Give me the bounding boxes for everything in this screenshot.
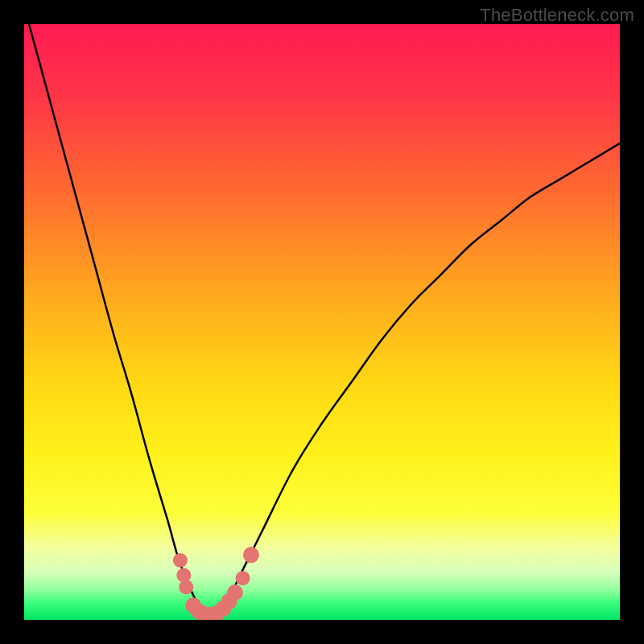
bottleneck-chart (24, 24, 620, 620)
chart-frame: TheBottleneck.com (0, 0, 644, 644)
watermark-label: TheBottleneck.com (480, 5, 634, 26)
data-marker (227, 584, 243, 601)
data-marker (176, 568, 191, 583)
data-marker (173, 553, 188, 568)
gradient-background (24, 24, 620, 620)
data-marker (243, 547, 259, 563)
data-marker (236, 571, 250, 585)
plot-area (24, 24, 620, 620)
data-marker (179, 580, 193, 594)
